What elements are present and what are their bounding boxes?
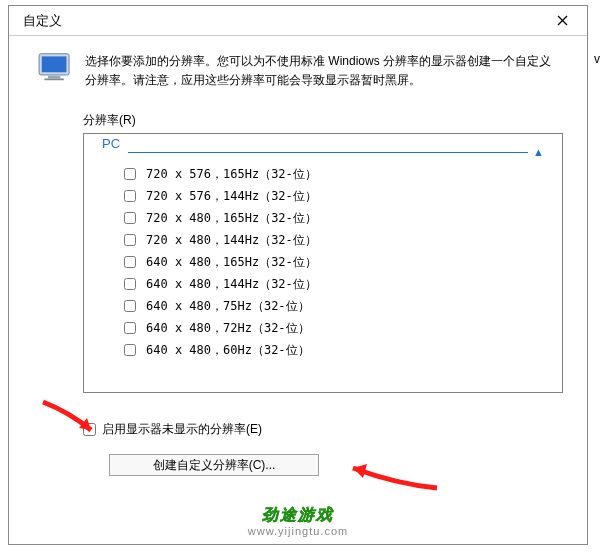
resolution-item-label: 720 x 480，165Hz（32-位） (146, 210, 317, 227)
stray-char: v (594, 52, 600, 66)
resolution-item-label: 720 x 576，144Hz（32-位） (146, 188, 317, 205)
resolution-item-label: 720 x 480，144Hz（32-位） (146, 232, 317, 249)
resolution-item-label: 640 x 480，144Hz（32-位） (146, 276, 317, 293)
resolution-item-label: 720 x 576，165Hz（32-位） (146, 166, 317, 183)
list-item[interactable]: 640 x 480，144Hz（32-位） (94, 273, 552, 295)
resolution-checkbox[interactable] (124, 278, 136, 290)
resolution-checkbox[interactable] (124, 256, 136, 268)
list-item[interactable]: 720 x 576，144Hz（32-位） (94, 185, 552, 207)
close-button[interactable] (547, 6, 577, 36)
list-item[interactable]: 720 x 480，144Hz（32-位） (94, 229, 552, 251)
resolution-checkbox[interactable] (124, 322, 136, 334)
resolution-item-label: 640 x 480，72Hz（32-位） (146, 320, 310, 337)
enable-hidden-checkbox[interactable] (83, 423, 96, 436)
group-label: PC (98, 136, 124, 151)
resolution-section-label: 分辨率(R) (83, 112, 559, 129)
resolution-checkbox[interactable] (124, 300, 136, 312)
list-item[interactable]: 720 x 480，165Hz（32-位） (94, 207, 552, 229)
enable-hidden-label: 启用显示器未显示的分辨率(E) (102, 421, 262, 438)
resolution-checkbox[interactable] (124, 344, 136, 356)
create-custom-button[interactable]: 创建自定义分辨率(C)... (109, 454, 319, 476)
description-text: 选择你要添加的分辨率。您可以为不使用标准 Windiows 分辨率的显示器创建一… (85, 52, 559, 90)
monitor-icon (37, 52, 73, 82)
watermark: 劲途游戏 www.yijingtu.com (9, 505, 587, 538)
list-item[interactable]: 640 x 480，60Hz（32-位） (94, 339, 552, 361)
custom-resolution-dialog: 自定义 选择你要添加的分辨率。您可以为不使用标准 Windiows 分辨率的显示… (8, 5, 588, 545)
group-divider (128, 152, 528, 153)
resolution-item-label: 640 x 480，75Hz（32-位） (146, 298, 310, 315)
list-item[interactable]: 640 x 480，75Hz（32-位） (94, 295, 552, 317)
resolution-checkbox[interactable] (124, 190, 136, 202)
list-item[interactable]: 640 x 480，165Hz（32-位） (94, 251, 552, 273)
resolution-listbox[interactable]: PC ▲ 720 x 576，165Hz（32-位）720 x 576，144H… (83, 133, 563, 393)
resolution-checkbox[interactable] (124, 234, 136, 246)
list-item[interactable]: 640 x 480，72Hz（32-位） (94, 317, 552, 339)
resolution-item-label: 640 x 480，60Hz（32-位） (146, 342, 310, 359)
resolution-items: 720 x 576，165Hz（32-位）720 x 576，144Hz（32-… (94, 163, 552, 361)
list-item[interactable]: 720 x 576，165Hz（32-位） (94, 163, 552, 185)
svg-rect-4 (48, 76, 60, 79)
header-row: 选择你要添加的分辨率。您可以为不使用标准 Windiows 分辨率的显示器创建一… (37, 52, 559, 90)
collapse-arrow-icon[interactable]: ▲ (533, 146, 544, 158)
close-icon (557, 15, 568, 26)
enable-hidden-row: 启用显示器未显示的分辨率(E) (83, 421, 559, 438)
titlebar: 自定义 (9, 6, 587, 36)
svg-rect-3 (42, 56, 67, 72)
dialog-content: 选择你要添加的分辨率。您可以为不使用标准 Windiows 分辨率的显示器创建一… (9, 36, 587, 486)
watermark-url: www.yijingtu.com (248, 525, 348, 537)
dialog-title: 自定义 (23, 12, 62, 30)
resolution-checkbox[interactable] (124, 212, 136, 224)
resolution-item-label: 640 x 480，165Hz（32-位） (146, 254, 317, 271)
watermark-brand: 劲途游戏 (9, 505, 587, 526)
create-button-row: 创建自定义分辨率(C)... (109, 454, 559, 476)
resolution-checkbox[interactable] (124, 168, 136, 180)
svg-rect-5 (44, 78, 63, 80)
